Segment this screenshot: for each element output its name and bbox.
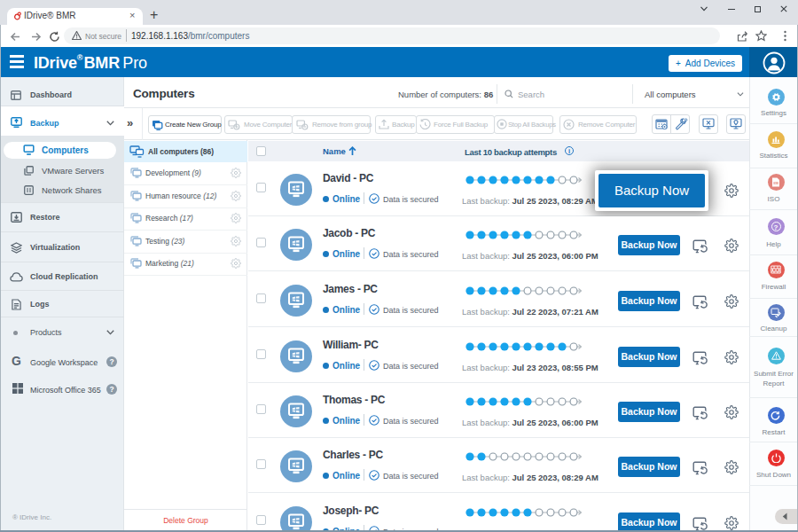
svg-text:ISO: ISO — [774, 182, 778, 185]
